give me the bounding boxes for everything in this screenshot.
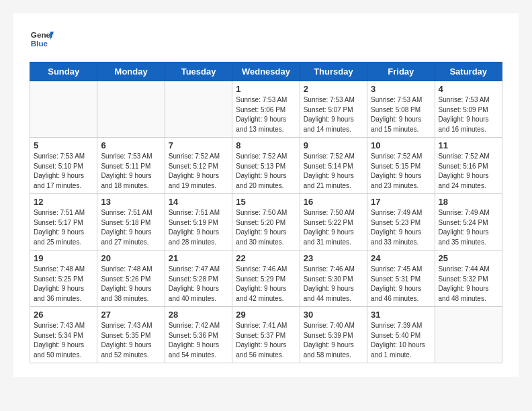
calendar-week-2: 5 Sunrise: 7:53 AM Sunset: 5:10 PM Dayli… (30, 138, 502, 194)
calendar-cell: 19 Sunrise: 7:48 AM Sunset: 5:25 PM Dayl… (30, 250, 97, 307)
day-number: 22 (236, 253, 296, 263)
day-number: 25 (439, 253, 498, 263)
calendar-cell: 31 Sunrise: 7:39 AM Sunset: 5:40 PM Dayl… (367, 307, 435, 363)
weekday-header-row: SundayMondayTuesdayWednesdayThursdayFrid… (30, 62, 502, 81)
calendar-cell: 29 Sunrise: 7:41 AM Sunset: 5:37 PM Dayl… (232, 307, 300, 363)
day-info: Sunrise: 7:53 AM Sunset: 5:06 PM Dayligh… (236, 95, 296, 134)
day-info: Sunrise: 7:50 AM Sunset: 5:22 PM Dayligh… (304, 208, 363, 247)
calendar-cell (435, 307, 502, 363)
logo-icon: General Blue (30, 27, 54, 51)
calendar-cell: 20 Sunrise: 7:48 AM Sunset: 5:26 PM Dayl… (97, 250, 165, 307)
day-number: 1 (236, 84, 296, 94)
day-info: Sunrise: 7:53 AM Sunset: 5:07 PM Dayligh… (304, 95, 363, 134)
day-number: 24 (371, 253, 431, 263)
calendar-cell: 17 Sunrise: 7:49 AM Sunset: 5:23 PM Dayl… (367, 194, 435, 250)
day-number: 31 (371, 310, 431, 320)
day-info: Sunrise: 7:41 AM Sunset: 5:37 PM Dayligh… (236, 321, 296, 360)
day-info: Sunrise: 7:40 AM Sunset: 5:39 PM Dayligh… (304, 321, 363, 360)
weekday-header-thursday: Thursday (300, 62, 367, 81)
day-number: 21 (169, 253, 228, 263)
day-info: Sunrise: 7:45 AM Sunset: 5:31 PM Dayligh… (371, 265, 431, 304)
calendar-cell (30, 81, 97, 138)
calendar-cell: 4 Sunrise: 7:53 AM Sunset: 5:09 PM Dayli… (435, 81, 502, 138)
day-info: Sunrise: 7:49 AM Sunset: 5:23 PM Dayligh… (371, 208, 431, 247)
day-info: Sunrise: 7:53 AM Sunset: 5:09 PM Dayligh… (439, 95, 498, 134)
day-info: Sunrise: 7:48 AM Sunset: 5:25 PM Dayligh… (34, 265, 93, 304)
calendar-cell: 3 Sunrise: 7:53 AM Sunset: 5:08 PM Dayli… (367, 81, 435, 138)
day-number: 6 (101, 140, 161, 150)
calendar-cell: 9 Sunrise: 7:52 AM Sunset: 5:14 PM Dayli… (300, 138, 367, 194)
weekday-header-saturday: Saturday (435, 62, 502, 81)
day-number: 15 (236, 197, 296, 207)
day-number: 2 (304, 84, 363, 94)
weekday-header-tuesday: Tuesday (165, 62, 232, 81)
day-number: 20 (101, 253, 161, 263)
day-number: 26 (34, 310, 93, 320)
day-number: 14 (169, 197, 228, 207)
day-number: 4 (439, 84, 498, 94)
day-info: Sunrise: 7:53 AM Sunset: 5:08 PM Dayligh… (371, 95, 431, 134)
weekday-header-monday: Monday (97, 62, 165, 81)
day-info: Sunrise: 7:50 AM Sunset: 5:20 PM Dayligh… (236, 208, 296, 247)
calendar-week-5: 26 Sunrise: 7:43 AM Sunset: 5:34 PM Dayl… (30, 307, 502, 363)
day-number: 30 (304, 310, 363, 320)
day-number: 7 (169, 140, 228, 150)
day-info: Sunrise: 7:43 AM Sunset: 5:34 PM Dayligh… (34, 321, 93, 360)
day-info: Sunrise: 7:52 AM Sunset: 5:12 PM Dayligh… (169, 152, 228, 191)
day-number: 5 (34, 140, 93, 150)
weekday-header-wednesday: Wednesday (232, 62, 300, 81)
calendar-cell: 7 Sunrise: 7:52 AM Sunset: 5:12 PM Dayli… (165, 138, 232, 194)
calendar-cell: 8 Sunrise: 7:52 AM Sunset: 5:13 PM Dayli… (232, 138, 300, 194)
day-number: 8 (236, 140, 296, 150)
header-row: General Blue (30, 27, 502, 51)
calendar-cell: 18 Sunrise: 7:49 AM Sunset: 5:24 PM Dayl… (435, 194, 502, 250)
day-info: Sunrise: 7:53 AM Sunset: 5:11 PM Dayligh… (101, 152, 161, 191)
day-info: Sunrise: 7:52 AM Sunset: 5:15 PM Dayligh… (371, 152, 431, 191)
day-info: Sunrise: 7:48 AM Sunset: 5:26 PM Dayligh… (101, 265, 161, 304)
calendar-week-3: 12 Sunrise: 7:51 AM Sunset: 5:17 PM Dayl… (30, 194, 502, 250)
day-info: Sunrise: 7:44 AM Sunset: 5:32 PM Dayligh… (439, 265, 498, 304)
day-info: Sunrise: 7:49 AM Sunset: 5:24 PM Dayligh… (439, 208, 498, 247)
calendar-cell: 16 Sunrise: 7:50 AM Sunset: 5:22 PM Dayl… (300, 194, 367, 250)
calendar-cell: 26 Sunrise: 7:43 AM Sunset: 5:34 PM Dayl… (30, 307, 97, 363)
calendar-cell: 1 Sunrise: 7:53 AM Sunset: 5:06 PM Dayli… (232, 81, 300, 138)
day-info: Sunrise: 7:51 AM Sunset: 5:19 PM Dayligh… (169, 208, 228, 247)
day-info: Sunrise: 7:52 AM Sunset: 5:14 PM Dayligh… (304, 152, 363, 191)
calendar-cell: 15 Sunrise: 7:50 AM Sunset: 5:20 PM Dayl… (232, 194, 300, 250)
day-info: Sunrise: 7:43 AM Sunset: 5:35 PM Dayligh… (101, 321, 161, 360)
calendar-cell: 12 Sunrise: 7:51 AM Sunset: 5:17 PM Dayl… (30, 194, 97, 250)
day-number: 16 (304, 197, 363, 207)
calendar-cell: 22 Sunrise: 7:46 AM Sunset: 5:29 PM Dayl… (232, 250, 300, 307)
calendar-cell (97, 81, 165, 138)
day-info: Sunrise: 7:51 AM Sunset: 5:18 PM Dayligh… (101, 208, 161, 247)
calendar-week-4: 19 Sunrise: 7:48 AM Sunset: 5:25 PM Dayl… (30, 250, 502, 307)
calendar-cell: 6 Sunrise: 7:53 AM Sunset: 5:11 PM Dayli… (97, 138, 165, 194)
day-info: Sunrise: 7:52 AM Sunset: 5:16 PM Dayligh… (439, 152, 498, 191)
calendar-cell: 11 Sunrise: 7:52 AM Sunset: 5:16 PM Dayl… (435, 138, 502, 194)
weekday-header-friday: Friday (367, 62, 435, 81)
calendar-cell: 25 Sunrise: 7:44 AM Sunset: 5:32 PM Dayl… (435, 250, 502, 307)
calendar-cell: 14 Sunrise: 7:51 AM Sunset: 5:19 PM Dayl… (165, 194, 232, 250)
calendar-cell: 30 Sunrise: 7:40 AM Sunset: 5:39 PM Dayl… (300, 307, 367, 363)
calendar-cell: 10 Sunrise: 7:52 AM Sunset: 5:15 PM Dayl… (367, 138, 435, 194)
calendar-cell: 28 Sunrise: 7:42 AM Sunset: 5:36 PM Dayl… (165, 307, 232, 363)
day-number: 17 (371, 197, 431, 207)
day-info: Sunrise: 7:42 AM Sunset: 5:36 PM Dayligh… (169, 321, 228, 360)
calendar-cell: 27 Sunrise: 7:43 AM Sunset: 5:35 PM Dayl… (97, 307, 165, 363)
day-number: 11 (439, 140, 498, 150)
calendar-cell: 24 Sunrise: 7:45 AM Sunset: 5:31 PM Dayl… (367, 250, 435, 307)
calendar-week-1: 1 Sunrise: 7:53 AM Sunset: 5:06 PM Dayli… (30, 81, 502, 138)
calendar-cell: 23 Sunrise: 7:46 AM Sunset: 5:30 PM Dayl… (300, 250, 367, 307)
svg-text:Blue: Blue (31, 39, 48, 48)
day-info: Sunrise: 7:39 AM Sunset: 5:40 PM Dayligh… (371, 321, 431, 360)
calendar-table: SundayMondayTuesdayWednesdayThursdayFrid… (30, 62, 502, 363)
day-number: 13 (101, 197, 161, 207)
weekday-header-sunday: Sunday (30, 62, 97, 81)
day-number: 9 (304, 140, 363, 150)
day-number: 28 (169, 310, 228, 320)
calendar-cell: 13 Sunrise: 7:51 AM Sunset: 5:18 PM Dayl… (97, 194, 165, 250)
day-number: 19 (34, 253, 93, 263)
day-info: Sunrise: 7:47 AM Sunset: 5:28 PM Dayligh… (169, 265, 228, 304)
day-number: 12 (34, 197, 93, 207)
day-number: 29 (236, 310, 296, 320)
